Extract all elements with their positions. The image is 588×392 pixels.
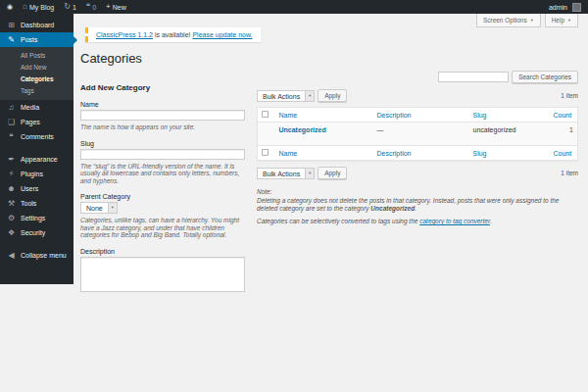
updates-menu[interactable]: ↻ 1 bbox=[64, 3, 76, 11]
new-label: New bbox=[113, 4, 126, 11]
update-now-link[interactable]: Please update now. bbox=[192, 31, 252, 38]
sidebar-item-label: Plugins bbox=[21, 171, 43, 177]
comments-count: 0 bbox=[92, 4, 96, 11]
form-heading: Add New Category bbox=[80, 83, 245, 92]
updates-count: 1 bbox=[73, 4, 76, 11]
comments-icon: ❝ bbox=[7, 133, 16, 141]
dashboard-icon: ⊞ bbox=[7, 22, 16, 29]
categories-list-section: Search Categories Bulk Actions ▼ Apply 1… bbox=[257, 68, 578, 292]
parent-category-value: None bbox=[81, 205, 108, 212]
submenu-item-tags[interactable]: Tags bbox=[0, 85, 74, 97]
table-header-row: Name Description Slug Count bbox=[258, 108, 578, 122]
sort-slug-column[interactable]: Slug bbox=[473, 112, 487, 119]
users-icon: ☻ bbox=[7, 185, 16, 193]
classicpress-version-link[interactable]: ClassicPress 1.1.2 bbox=[96, 31, 153, 38]
home-icon: ⌂ bbox=[23, 3, 27, 11]
description-field[interactable] bbox=[80, 257, 245, 292]
plus-icon: + bbox=[106, 3, 111, 11]
category-name-link[interactable]: Uncategorized bbox=[279, 126, 326, 133]
sidebar-item-tools[interactable]: ⚒ Tools bbox=[0, 196, 74, 211]
slug-label: Slug bbox=[80, 140, 245, 147]
sidebar-item-comments[interactable]: ❝ Comments bbox=[0, 129, 74, 144]
category-count: 1 bbox=[550, 122, 578, 146]
name-field[interactable] bbox=[80, 110, 245, 121]
new-content-menu[interactable]: + New bbox=[106, 3, 126, 11]
sort-name-column[interactable]: Name bbox=[279, 112, 298, 119]
update-notice-text: is available! bbox=[153, 31, 192, 38]
menu-separator bbox=[0, 144, 74, 152]
sort-count-column[interactable]: Count bbox=[554, 112, 572, 119]
sort-name-column[interactable]: Name bbox=[279, 150, 298, 157]
sidebar-item-media[interactable]: ♫ Media bbox=[0, 100, 74, 115]
bulk-actions-select[interactable]: Bulk Actions ▼ bbox=[257, 90, 315, 102]
submenu-item-add-new[interactable]: Add New bbox=[0, 62, 74, 74]
sidebar-item-label: Security bbox=[21, 229, 45, 236]
sidebar-item-appearance[interactable]: ✒ Appearance bbox=[0, 152, 74, 167]
admin-bar-left: ◉ ⌂ My Blog ↻ 1 ❝ 0 + New bbox=[7, 3, 126, 11]
name-help-text: The name is how it appears on your site. bbox=[80, 123, 245, 131]
submenu-item-all-posts[interactable]: All Posts bbox=[0, 50, 74, 62]
user-name: admin bbox=[549, 4, 567, 11]
main-content: Screen Options ▼ Help ▼ ClassicPress 1.1… bbox=[74, 14, 588, 292]
apply-button[interactable]: Apply bbox=[318, 167, 347, 179]
sidebar-item-label: Pages bbox=[21, 119, 40, 125]
sidebar-item-pages[interactable]: ❏ Pages bbox=[0, 115, 74, 129]
tablenav-top: Bulk Actions ▼ Apply 1 item bbox=[257, 88, 578, 102]
tablenav-bottom: Bulk Actions ▼ Apply 1 item bbox=[257, 166, 578, 179]
sidebar-item-label: Media bbox=[21, 104, 39, 111]
sidebar-item-label: Users bbox=[21, 185, 38, 192]
site-name: My Blog bbox=[29, 4, 54, 11]
search-input[interactable] bbox=[438, 72, 509, 82]
description-label: Description bbox=[80, 248, 245, 255]
note-section: Note: Deleting a category does not delet… bbox=[257, 188, 578, 225]
update-notice: ClassicPress 1.1.2 is available! Please … bbox=[85, 27, 261, 42]
sidebar-item-label: Settings bbox=[21, 215, 45, 221]
note-text: . bbox=[490, 218, 492, 224]
my-account-menu[interactable]: admin bbox=[549, 3, 581, 12]
bulk-actions-select[interactable]: Bulk Actions ▼ bbox=[257, 168, 315, 179]
media-icon: ♫ bbox=[7, 104, 16, 112]
pages-icon: ❏ bbox=[7, 119, 16, 126]
select-all-checkbox[interactable] bbox=[262, 149, 269, 156]
sidebar-item-collapse-menu[interactable]: ◀ Collapse menu bbox=[0, 248, 74, 263]
category-description: — bbox=[373, 122, 469, 146]
admin-layout: ⊞ Dashboard ✎ Posts All Posts Add New Ca… bbox=[0, 14, 588, 292]
sort-description-column[interactable]: Description bbox=[377, 112, 412, 119]
submenu-item-categories[interactable]: Categories bbox=[0, 74, 74, 85]
sidebar-item-label: Tools bbox=[21, 200, 36, 207]
sidebar-item-settings[interactable]: ⚙ Settings bbox=[0, 211, 74, 225]
parent-category-select[interactable]: None ▼ bbox=[80, 202, 118, 214]
slug-field[interactable] bbox=[80, 149, 245, 160]
items-count: 1 item bbox=[561, 92, 578, 99]
items-count: 1 item bbox=[561, 170, 578, 176]
sidebar-item-users[interactable]: ☻ Users bbox=[0, 181, 74, 196]
sidebar-item-dashboard[interactable]: ⊞ Dashboard bbox=[0, 18, 74, 32]
classicpress-logo-icon[interactable]: ◉ bbox=[7, 3, 13, 11]
screen-options-button[interactable]: Screen Options ▼ bbox=[476, 14, 541, 27]
select-all-checkbox[interactable] bbox=[262, 111, 269, 118]
sidebar-item-security[interactable]: ❖ Security bbox=[0, 225, 74, 240]
site-menu[interactable]: ⌂ My Blog bbox=[23, 3, 54, 11]
help-button[interactable]: Help ▼ bbox=[545, 14, 578, 27]
category-to-tag-converter-link[interactable]: category to tag converter bbox=[419, 218, 490, 224]
sidebar-item-label: Dashboard bbox=[21, 22, 54, 28]
search-categories-button[interactable]: Search Categories bbox=[512, 71, 578, 83]
select-arrow-icon: ▼ bbox=[305, 169, 314, 178]
sort-count-column[interactable]: Count bbox=[554, 150, 572, 157]
chevron-down-icon: ▼ bbox=[308, 172, 312, 175]
sort-slug-column[interactable]: Slug bbox=[473, 150, 487, 157]
note-convert-text: Categories can be selectively converted … bbox=[257, 218, 578, 225]
sidebar-item-plugins[interactable]: ⚡ Plugins bbox=[0, 167, 74, 181]
note-text: Categories can be selectively converted … bbox=[257, 218, 419, 224]
sort-description-column[interactable]: Description bbox=[377, 150, 412, 157]
settings-gear-icon: ⚙ bbox=[7, 215, 16, 222]
comments-menu[interactable]: ❝ 0 bbox=[86, 3, 96, 11]
apply-button[interactable]: Apply bbox=[318, 89, 347, 102]
avatar bbox=[572, 3, 581, 12]
table-row: Uncategorized — uncategorized 1 bbox=[258, 122, 578, 146]
chevron-down-icon: ▼ bbox=[111, 206, 115, 210]
search-box: Search Categories bbox=[257, 71, 578, 83]
add-category-form: Add New Category Name The name is how it… bbox=[80, 68, 245, 292]
sidebar-item-posts[interactable]: ✎ Posts bbox=[0, 32, 74, 47]
bulk-actions-value: Bulk Actions bbox=[258, 93, 305, 100]
